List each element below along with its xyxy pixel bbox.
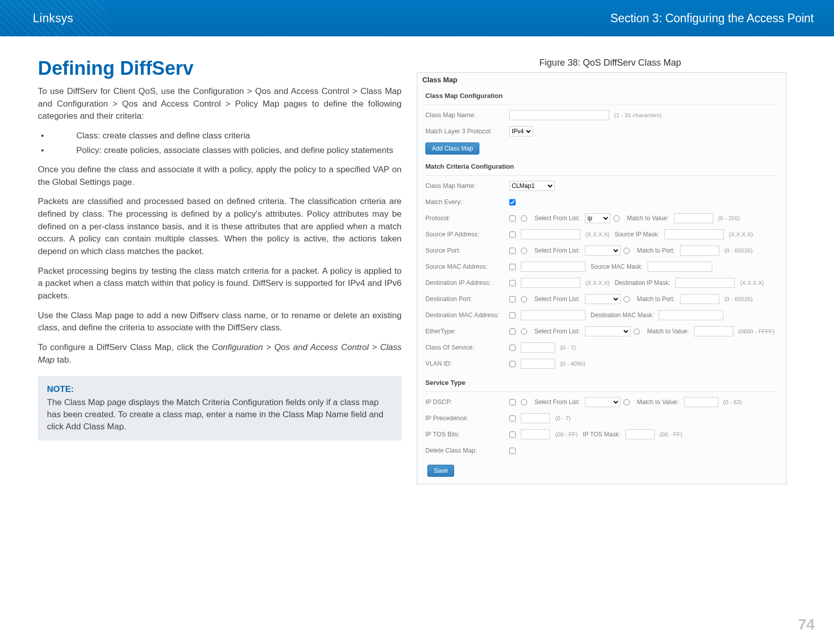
sub-label: Match to Value:	[637, 399, 679, 406]
sub-label: Match to Port:	[637, 247, 675, 254]
protocol-value-input[interactable]	[674, 213, 713, 223]
dst-port-list-radio[interactable]	[521, 296, 527, 302]
src-ip-mask-input[interactable]	[664, 229, 724, 239]
body-paragraph: Packets are classified and processed bas…	[38, 195, 402, 258]
dst-port-select[interactable]	[585, 294, 620, 304]
label-match-layer3: Match Layer 3 Protocol:	[425, 128, 506, 135]
protocol-select[interactable]: ip	[585, 213, 610, 223]
protocol-value-radio[interactable]	[613, 215, 619, 221]
label-class-map-name-2: Class Map Name:	[425, 182, 506, 189]
sub-label: Select From List:	[534, 328, 580, 335]
sub-label: Select From List:	[534, 295, 580, 303]
class-map-name-input[interactable]	[509, 110, 609, 120]
hint: (0 - 7)	[555, 415, 571, 421]
hint-name-range: (1 - 31 characters)	[614, 112, 662, 118]
label-class-map-name: Class Map Name:	[425, 112, 506, 119]
dst-ip-input[interactable]	[521, 278, 580, 288]
ipdscp-list-radio[interactable]	[521, 399, 527, 405]
match-every-checkbox[interactable]	[509, 199, 515, 205]
dst-mac-mask-input[interactable]	[659, 310, 723, 320]
ethertype-checkbox[interactable]	[509, 328, 515, 334]
src-port-list-radio[interactable]	[521, 247, 527, 254]
bullet-list: •Class: create classes and define class …	[38, 130, 402, 157]
iptos-checkbox[interactable]	[509, 431, 515, 437]
vlan-input[interactable]	[521, 359, 555, 369]
body-paragraph: To configure a DiffServ Class Map, click…	[38, 341, 402, 366]
section-heading-criteria: Match Criteria Configuration	[417, 158, 786, 173]
page-title: Defining DiffServ	[38, 58, 402, 79]
ipdscp-checkbox[interactable]	[509, 399, 515, 405]
dst-port-checkbox[interactable]	[509, 296, 515, 302]
dst-ip-checkbox[interactable]	[509, 280, 515, 286]
save-button[interactable]: Save	[427, 465, 454, 477]
src-port-select[interactable]	[585, 245, 620, 256]
dst-mac-input[interactable]	[521, 310, 585, 320]
src-mac-input[interactable]	[521, 262, 585, 272]
label-iptos: IP TOS Bits:	[425, 431, 506, 438]
label-match-every: Match Every:	[425, 199, 506, 206]
page-header: Linksys Section 3: Configuring the Acces…	[0, 0, 834, 36]
body-paragraph: Once you define the class and associate …	[38, 164, 402, 188]
ipprec-checkbox[interactable]	[509, 415, 515, 421]
sub-label: Select From List:	[534, 247, 580, 254]
sub-label: IP TOS Mask:	[583, 431, 620, 438]
add-class-map-button[interactable]: Add Class Map	[425, 142, 479, 155]
sub-label: Match to Value:	[627, 215, 669, 222]
hint: (0 - 4095)	[560, 361, 585, 367]
delete-class-map-checkbox[interactable]	[509, 448, 515, 454]
hint: (00 - FF)	[660, 431, 682, 437]
dst-port-value-input[interactable]	[680, 294, 719, 304]
src-port-checkbox[interactable]	[509, 247, 515, 254]
hint: (00 - FF)	[555, 431, 578, 437]
label-src-ip: Source IP Address:	[425, 231, 506, 238]
label-ipdscp: IP DSCP:	[425, 399, 506, 406]
src-port-value-input[interactable]	[680, 245, 719, 256]
hint: (0 - 63)	[723, 399, 742, 405]
label-dst-mac: Destination MAC Address:	[425, 312, 506, 319]
class-map-panel: Class Map Class Map Configuration Class …	[417, 72, 787, 484]
note-text: The Class Map page displays the Match Cr…	[47, 398, 383, 431]
panel-title: Class Map	[417, 73, 786, 87]
ethertype-value-radio[interactable]	[633, 328, 640, 334]
ipdscp-value-radio[interactable]	[623, 399, 629, 405]
iptos-mask-input[interactable]	[625, 429, 655, 439]
src-mac-mask-input[interactable]	[648, 262, 712, 272]
label-vlan: VLAN ID:	[425, 360, 506, 367]
cos-checkbox[interactable]	[509, 344, 515, 351]
sub-label: Destination MAC Mask:	[591, 312, 654, 319]
protocol-enable-checkbox[interactable]	[509, 215, 515, 221]
sub-label: Match to Port:	[637, 295, 675, 303]
src-ip-checkbox[interactable]	[509, 231, 515, 237]
dst-port-value-radio[interactable]	[623, 296, 629, 302]
figure-caption: Figure 38: QoS DiffServ Class Map	[417, 58, 804, 68]
note-box: NOTE: The Class Map page displays the Ma…	[38, 376, 402, 440]
ethertype-value-input[interactable]	[694, 326, 733, 336]
section-breadcrumb: Section 3: Configuring the Access Point	[610, 12, 814, 25]
src-ip-input[interactable]	[521, 229, 580, 239]
bullet-class: Class: create classes and define class c…	[76, 130, 250, 142]
dst-ip-mask-input[interactable]	[675, 278, 735, 288]
sub-label: Source IP Mask:	[615, 231, 659, 238]
ipdscp-value-input[interactable]	[684, 397, 718, 407]
brand-text: Linksys	[33, 12, 73, 25]
hint: (0 - 7)	[560, 344, 576, 351]
criteria-class-select[interactable]: CLMap1	[509, 181, 555, 191]
hint: (X.X.X.X)	[585, 280, 610, 286]
dst-mac-checkbox[interactable]	[509, 312, 515, 318]
vlan-checkbox[interactable]	[509, 361, 515, 367]
src-mac-checkbox[interactable]	[509, 264, 515, 270]
src-port-value-radio[interactable]	[623, 247, 629, 254]
label-delete: Delete Class Map:	[425, 447, 506, 454]
ethertype-list-radio[interactable]	[521, 328, 527, 334]
note-label: NOTE:	[47, 383, 393, 395]
sub-label: Match to Value:	[647, 328, 689, 335]
cos-input[interactable]	[521, 342, 555, 353]
iptos-input[interactable]	[521, 429, 550, 439]
protocol-list-radio[interactable]	[521, 215, 527, 221]
ipprec-input[interactable]	[521, 413, 550, 423]
layer3-protocol-select[interactable]: IPv4	[509, 126, 533, 136]
label-dst-ip: Destination IP Address:	[425, 279, 506, 286]
ethertype-select[interactable]	[585, 326, 630, 336]
bullet-policy: Policy: create policies, associate class…	[76, 144, 393, 157]
ipdscp-select[interactable]	[585, 397, 620, 407]
